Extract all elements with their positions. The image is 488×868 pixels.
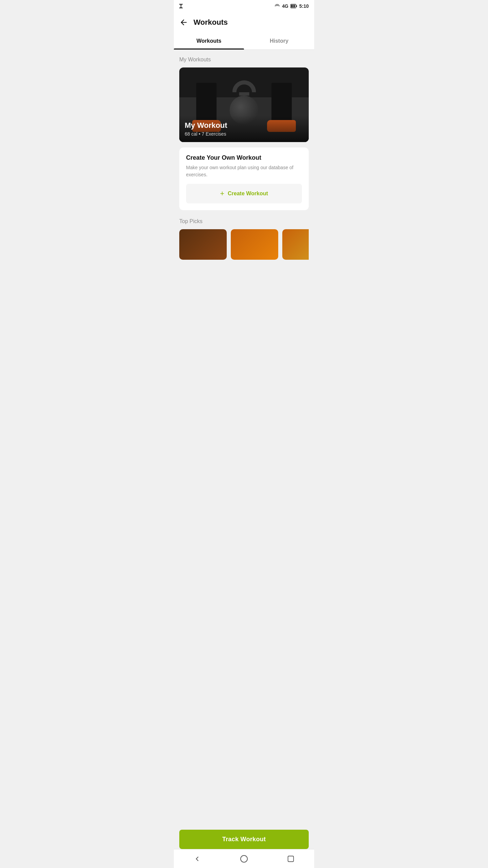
pick-card-3[interactable] xyxy=(282,229,309,260)
create-workout-button[interactable]: + Create Workout xyxy=(186,184,302,203)
create-card-desc: Make your own workout plan using our dat… xyxy=(186,164,302,178)
my-workouts-section: My Workouts My Workout 68 cal • 7 Exerci… xyxy=(179,57,309,210)
track-button-container: Track Workout xyxy=(174,830,314,849)
svg-rect-1 xyxy=(296,5,297,7)
pick-card-1[interactable] xyxy=(179,229,227,260)
tab-workouts[interactable]: Workouts xyxy=(174,33,244,50)
bottom-nav xyxy=(174,849,314,868)
kb-neck xyxy=(239,92,249,96)
nav-back-button[interactable] xyxy=(192,853,203,864)
track-workout-button[interactable]: Track Workout xyxy=(179,830,309,849)
svg-point-3 xyxy=(241,855,247,862)
status-bar: 4G 5:10 xyxy=(174,0,314,12)
signal-icon: 4G xyxy=(282,3,288,9)
app-bar: Workouts xyxy=(174,12,314,33)
top-picks-scroll[interactable] xyxy=(179,229,309,260)
status-left-icons xyxy=(178,3,184,9)
create-card-title: Create Your Own Workout xyxy=(186,154,302,161)
my-workouts-title: My Workouts xyxy=(179,57,309,63)
nav-home-button[interactable] xyxy=(239,853,249,864)
top-picks-title: Top Picks xyxy=(179,218,309,224)
workout-card-overlay: My Workout 68 cal • 7 Exercises xyxy=(179,116,309,142)
pick-card-2[interactable] xyxy=(231,229,278,260)
main-content: My Workouts My Workout 68 cal • 7 Exerci… xyxy=(174,50,314,290)
create-workout-card: Create Your Own Workout Make your own wo… xyxy=(179,147,309,210)
tabs-container: Workouts History xyxy=(174,33,314,50)
status-right-icons: 4G 5:10 xyxy=(274,3,309,9)
nav-recents-button[interactable] xyxy=(285,853,296,864)
create-workout-label: Create Workout xyxy=(228,191,268,197)
time-display: 5:10 xyxy=(299,3,309,9)
svg-rect-4 xyxy=(288,856,294,862)
workout-meta: 68 cal • 7 Exercises xyxy=(185,131,303,137)
workout-card[interactable]: My Workout 68 cal • 7 Exercises xyxy=(179,67,309,142)
back-button[interactable] xyxy=(179,18,188,27)
kb-handle xyxy=(232,80,256,92)
workout-name: My Workout xyxy=(185,121,303,130)
tab-history[interactable]: History xyxy=(244,33,314,50)
top-picks-section: Top Picks xyxy=(179,218,309,260)
plus-icon: + xyxy=(220,189,224,198)
page-title: Workouts xyxy=(194,18,228,27)
